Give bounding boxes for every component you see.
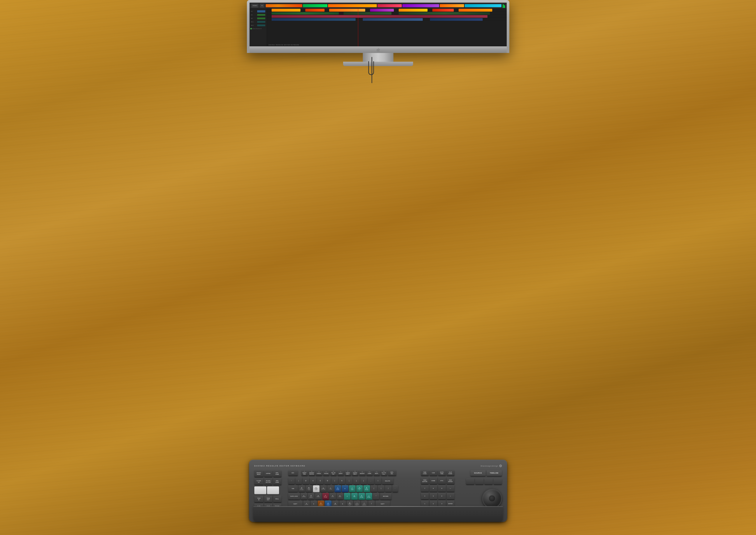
dv-toolbar: VIDEO V1 xyxy=(250,3,378,9)
monitor-cable xyxy=(371,57,372,83)
monitor-stand-neck xyxy=(363,53,378,62)
toolbar-v1[interactable]: V1 xyxy=(260,4,264,8)
track-a4: DIA 2 xyxy=(250,24,266,27)
monitor-screen: VIDEO V1 xyxy=(250,3,378,46)
track-a1: A1 xyxy=(250,13,266,16)
apple-logo xyxy=(375,47,378,52)
davinci-ui: VIDEO V1 xyxy=(250,3,378,46)
toolbar-video[interactable]: VIDEO xyxy=(251,4,259,8)
screen-bottom-label: DAVINCI RESOLVE EDITOR KEYBOARD xyxy=(269,44,299,45)
monitor-frame: VIDEO V1 xyxy=(247,0,378,53)
track-v1: V1 xyxy=(250,10,266,13)
monitor-chin xyxy=(250,46,378,53)
dv-main: V1 A1 A2 DIA 1 xyxy=(250,9,378,46)
dv-sidebar: V1 A1 A2 DIA 1 xyxy=(250,9,267,46)
track-a2: A2 xyxy=(250,16,266,20)
monitor: VIDEO V1 xyxy=(247,0,378,66)
dv-timeline: DAVINCI RESOLVE EDITOR KEYBOARD xyxy=(267,9,378,46)
track-a3: DIA 1 xyxy=(250,20,266,24)
